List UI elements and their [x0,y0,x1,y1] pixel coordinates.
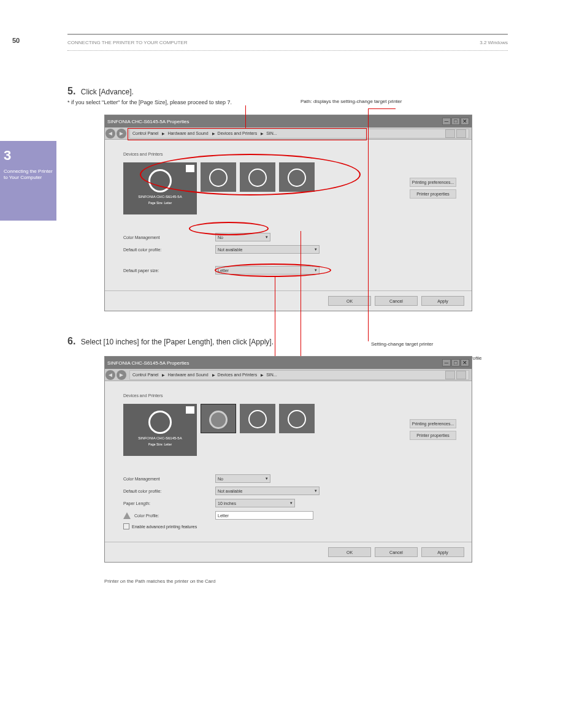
advanced-checkbox[interactable] [123,523,129,529]
default-paper-label: Default paper size: [123,268,215,273]
side-tab: 3 Connecting the Printer to Your Compute… [0,141,56,221]
default-color-select[interactable]: Not available▾ [215,245,320,254]
header-right: 3.2 Windows [480,40,508,45]
advanced-checkbox-label: Enable advanced printing features [132,525,197,529]
color-mgmt-select2[interactable]: No▾ [215,474,270,483]
dialog-1: SINFONIA CHC-S6145-5A Properties ─ □ ✕ ◄… [104,115,472,311]
dialog2-title: SINFONIA CHC-S6145-5A Properties [107,360,189,366]
printing-prefs-button[interactable]: Printing preferences... [410,178,456,187]
minimize-button[interactable]: ─ [442,359,451,366]
dialog-2: SINFONIA CHC-S6145-5A Properties ─ □ ✕ ◄… [104,356,472,563]
printer-card-3[interactable] [240,162,275,192]
printer-card-selected[interactable]: SINFONIA CHC-S6145-5A Page Size: Letter [123,162,197,214]
ok-button[interactable]: OK [328,296,371,306]
apply-button[interactable]: Apply [421,547,464,557]
cancel-button[interactable]: Cancel [375,547,418,557]
breadcrumb[interactable]: Control Panel▶ Hardware and Sound▶ Devic… [129,129,469,138]
paper-length-label: Paper Length: [123,501,215,506]
color-mgmt-label: Color Management [123,477,215,481]
step-6-heading: 6. Select [10 inches] for the [Paper Len… [67,336,508,347]
cancel-button[interactable]: Cancel [375,296,418,306]
nav-forward-button[interactable]: ► [117,129,126,138]
breadcrumb[interactable]: Control Panel▶ Hardware and Sound▶ Devic… [129,370,469,380]
default-color-label: Default color profile: [123,489,215,493]
callout-path: Path: displays the setting-change target… [301,99,460,104]
printing-prefs-button[interactable]: Printing preferences... [410,419,456,428]
nav-back-button[interactable]: ◄ [105,370,115,380]
warning-icon [123,512,131,519]
maximize-button[interactable]: □ [451,359,460,366]
color-profile-input[interactable]: Letter [215,511,313,520]
page-header: CONNECTING THE PRINTER TO YOUR COMPUTER … [67,34,508,51]
minimize-button[interactable]: ─ [442,118,451,125]
default-color-label: Default color profile: [123,248,215,252]
default-paper-select[interactable]: Letter▾ [215,266,320,275]
printer-props-button[interactable]: Printer properties [410,431,456,440]
printer-card-4[interactable] [279,404,315,433]
printer-props-button[interactable]: Printer properties [410,189,456,199]
printer-card-3[interactable] [240,404,275,433]
header-left: CONNECTING THE PRINTER TO YOUR COMPUTER [67,40,187,45]
color-profile-label: Color Profile: [134,514,159,518]
ok-button[interactable]: OK [328,547,371,557]
note-match: Printer on the Path matches the printer … [104,578,508,584]
printers-heading: Devices and Printers [123,152,453,156]
printer-card-selected[interactable]: SINFONIA CHC-S6145-5A Page Size: Letter [123,404,197,456]
nav-forward-button[interactable]: ► [117,370,126,380]
dialog-title: SINFONIA CHC-S6145-5A Properties [107,119,189,124]
color-mgmt-select[interactable]: No▾ [215,233,270,241]
color-mgmt-label: Color Management [123,235,215,240]
apply-button[interactable]: Apply [421,296,464,306]
maximize-button[interactable]: □ [451,118,460,125]
printer-card-2[interactable] [201,162,236,192]
nav-back-button[interactable]: ◄ [105,129,115,138]
default-color-select2[interactable]: Not available▾ [215,487,320,495]
page-number: 50 [12,37,20,44]
printers-heading2: Devices and Printers [123,393,453,398]
close-button[interactable]: ✕ [461,118,469,125]
callout-target: Setting-change target printer [371,341,433,347]
paper-length-select[interactable]: 10 inches▾ [215,499,295,507]
printer-card-4[interactable] [279,162,315,192]
printer-card-2[interactable] [201,404,236,433]
close-button[interactable]: ✕ [461,359,469,366]
